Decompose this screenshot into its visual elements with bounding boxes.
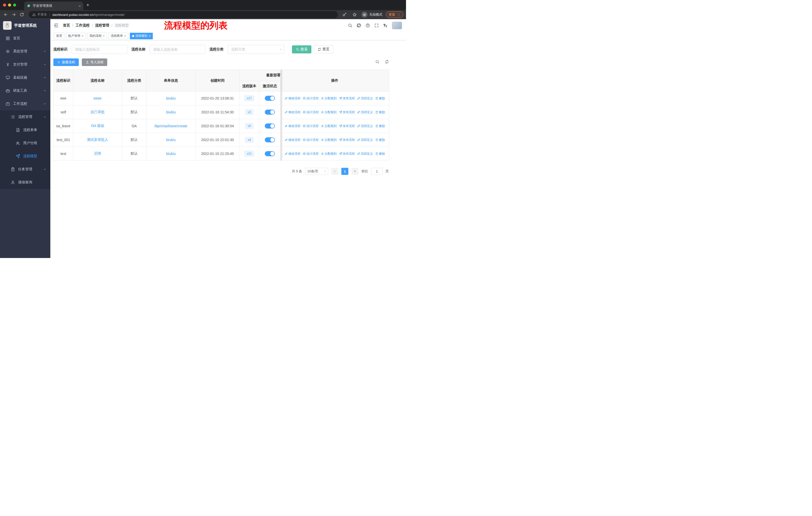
row-action-delete[interactable]: 删除 bbox=[375, 96, 385, 101]
sidebar-item-task-management[interactable]: 任务管理 bbox=[0, 163, 50, 176]
process-id-input[interactable] bbox=[72, 45, 127, 54]
security-chip[interactable]: 不安全 bbox=[32, 12, 47, 17]
tag-close-icon[interactable]: × bbox=[149, 34, 151, 38]
row-action-assign[interactable]: 分配规则 bbox=[321, 152, 337, 156]
prev-page-button[interactable] bbox=[331, 168, 338, 175]
row-form-link[interactable]: biubiu bbox=[166, 110, 175, 114]
row-action-delete[interactable]: 删除 bbox=[375, 152, 385, 156]
tag-process-form[interactable]: 流程表单 × bbox=[109, 33, 128, 39]
goto-page-input[interactable] bbox=[371, 168, 383, 175]
row-action-plane[interactable]: 发布流程 bbox=[339, 110, 355, 114]
row-form-link[interactable]: /bpm/oa/leave/create bbox=[154, 124, 187, 128]
row-process-name-link[interactable]: 自己审批 bbox=[91, 110, 105, 114]
sidebar-item-system[interactable]: 系统管理 bbox=[0, 45, 50, 58]
row-action-edit[interactable]: 修改流程 bbox=[285, 110, 300, 114]
row-action-assign[interactable]: 分配规则 bbox=[321, 110, 337, 114]
tag-process-model[interactable]: 流程模型 × bbox=[130, 33, 153, 39]
breadcrumb-item[interactable]: 流程管理 bbox=[95, 23, 109, 28]
row-action-define[interactable]: 流程定义 bbox=[357, 96, 373, 101]
table-search-icon[interactable] bbox=[375, 60, 379, 65]
row-form-link[interactable]: biubiu bbox=[166, 152, 175, 156]
row-action-plane[interactable]: 发布流程 bbox=[339, 124, 355, 128]
row-action-define[interactable]: 流程定义 bbox=[357, 138, 373, 142]
row-action-plane[interactable]: 发布流程 bbox=[339, 138, 355, 142]
sidebar-item-infrastructure[interactable]: 基础设施 bbox=[0, 71, 50, 84]
row-action-design[interactable]: 设计流程 bbox=[303, 96, 319, 101]
row-action-define[interactable]: 流程定义 bbox=[357, 110, 373, 114]
tag-close-icon[interactable]: × bbox=[103, 34, 105, 38]
row-action-design[interactable]: 设计流程 bbox=[303, 124, 319, 128]
tab-close-icon[interactable]: × bbox=[79, 4, 81, 8]
row-process-name-link[interactable]: 测试多审批人 bbox=[87, 138, 108, 142]
reset-button[interactable]: 重置 bbox=[314, 45, 333, 53]
sidebar-item-user-group[interactable]: 用户分组 bbox=[0, 137, 50, 150]
row-form-link[interactable]: biubiu bbox=[166, 138, 175, 142]
row-active-toggle[interactable] bbox=[265, 110, 275, 115]
row-action-edit[interactable]: 修改流程 bbox=[285, 96, 300, 101]
tag-my-process[interactable]: 我的流程 × bbox=[87, 33, 107, 39]
row-action-edit[interactable]: 修改流程 bbox=[285, 124, 300, 128]
row-action-plane[interactable]: 发布流程 bbox=[339, 152, 355, 156]
help-icon[interactable] bbox=[366, 23, 370, 28]
row-active-toggle[interactable] bbox=[265, 151, 275, 156]
row-action-delete[interactable]: 删除 bbox=[375, 124, 385, 128]
bookmark-star-icon[interactable] bbox=[351, 11, 358, 18]
fullscreen-icon[interactable] bbox=[374, 23, 379, 28]
row-action-define[interactable]: 流程定义 bbox=[357, 152, 373, 156]
create-process-button[interactable]: 新建流程 bbox=[53, 58, 79, 66]
sidebar-item-process-form[interactable]: 流程表单 bbox=[0, 124, 50, 137]
back-button[interactable] bbox=[2, 11, 9, 18]
browser-update-button[interactable]: 更新 ⋮ bbox=[386, 11, 404, 18]
import-process-button[interactable]: 导入流程 bbox=[82, 58, 107, 66]
sidebar-item-workflow[interactable]: 工作流程 bbox=[0, 97, 50, 110]
browser-menu-icon[interactable]: ⋮ bbox=[397, 12, 401, 17]
row-active-toggle[interactable] bbox=[265, 137, 275, 142]
tag-close-icon[interactable]: × bbox=[82, 34, 84, 38]
row-form-link[interactable]: biubiu bbox=[166, 96, 175, 100]
address-bar[interactable]: 不安全 dashboard.yudao.iocoder.cn /bpm/mana… bbox=[29, 11, 338, 18]
row-action-assign[interactable]: 分配规则 bbox=[321, 138, 337, 142]
tag-home[interactable]: 首页 bbox=[54, 33, 64, 39]
row-action-edit[interactable]: 修改流程 bbox=[285, 152, 300, 156]
sidebar-item-devtools[interactable]: 研发工具 bbox=[0, 84, 50, 97]
sidebar-item-process-model[interactable]: 流程模型 bbox=[0, 150, 50, 163]
fullscreen-window-button[interactable] bbox=[13, 3, 16, 6]
browser-tab[interactable]: 芋道管理系统 × bbox=[24, 1, 83, 10]
row-process-name-link[interactable]: OA 请假 bbox=[91, 124, 104, 128]
row-action-design[interactable]: 设计流程 bbox=[303, 110, 319, 114]
row-action-delete[interactable]: 删除 bbox=[375, 138, 385, 142]
current-page-button[interactable]: 1 bbox=[341, 168, 348, 175]
row-action-delete[interactable]: 删除 bbox=[375, 110, 385, 114]
user-avatar[interactable] bbox=[392, 22, 402, 29]
row-action-plane[interactable]: 发布流程 bbox=[339, 96, 355, 101]
search-icon[interactable] bbox=[348, 23, 352, 28]
sidebar-item-leave-query[interactable]: 请假查询 bbox=[0, 176, 50, 189]
forward-button[interactable] bbox=[10, 11, 17, 18]
row-action-define[interactable]: 流程定义 bbox=[357, 124, 373, 128]
page-size-select[interactable]: 10条/页 bbox=[305, 168, 328, 175]
reload-button[interactable] bbox=[19, 11, 25, 18]
row-active-toggle[interactable] bbox=[265, 96, 275, 101]
sidebar-collapse-button[interactable] bbox=[54, 23, 59, 28]
search-button[interactable]: 搜索 bbox=[292, 45, 311, 53]
new-tab-button[interactable]: + bbox=[86, 2, 89, 7]
breadcrumb-item[interactable]: 首页 bbox=[63, 23, 70, 28]
row-active-toggle[interactable] bbox=[265, 124, 275, 129]
row-process-name-link[interactable]: 滔博 bbox=[94, 152, 101, 156]
sidebar-item-home[interactable]: 首页 bbox=[0, 32, 50, 45]
next-page-button[interactable] bbox=[351, 168, 358, 175]
tag-tenant[interactable]: 租户管理 × bbox=[66, 33, 86, 39]
font-size-icon[interactable] bbox=[383, 23, 388, 28]
table-refresh-icon[interactable] bbox=[385, 60, 389, 65]
row-action-design[interactable]: 设计流程 bbox=[303, 152, 319, 156]
process-name-input[interactable] bbox=[150, 45, 205, 54]
tag-close-icon[interactable]: × bbox=[124, 34, 126, 38]
github-icon[interactable] bbox=[357, 23, 361, 28]
key-icon[interactable] bbox=[341, 11, 348, 18]
row-action-design[interactable]: 设计流程 bbox=[303, 138, 319, 142]
row-process-name-link[interactable]: eeee bbox=[94, 96, 102, 100]
row-action-assign[interactable]: 分配规则 bbox=[321, 96, 337, 101]
sidebar-item-payment[interactable]: 支付管理 bbox=[0, 58, 50, 71]
breadcrumb-item[interactable]: 工作流程 bbox=[76, 23, 90, 28]
process-category-select[interactable]: 流程分类 bbox=[228, 45, 284, 54]
